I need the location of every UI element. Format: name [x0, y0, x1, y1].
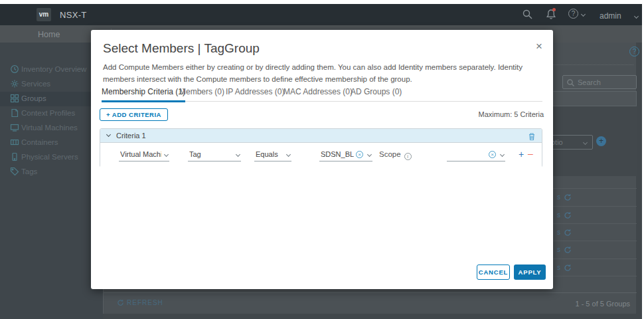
clear-value-icon[interactable]: ×	[356, 151, 363, 158]
virtual-machines-icon	[10, 123, 19, 132]
physical-servers-icon	[10, 152, 19, 161]
close-icon[interactable]: ×	[536, 41, 542, 52]
top-header-bar: vm NSX-T ? admin	[0, 4, 644, 25]
tab-ad-groups[interactable]: AD Groups (0)	[351, 87, 402, 100]
sidebar-item-services[interactable]: Services	[0, 77, 103, 92]
window-edge	[0, 0, 644, 4]
refresh-icon[interactable]	[564, 211, 572, 219]
collapse-chevron-icon[interactable]	[106, 132, 111, 137]
vmware-logo: vm	[37, 8, 51, 21]
tab-ip-addresses[interactable]: IP Addresses (0)	[226, 87, 285, 100]
search-icon[interactable]	[522, 9, 533, 20]
dialog-tab-bar: Membership Criteria (1) Members (0) IP A…	[102, 86, 542, 102]
sidebar-item-virtual-machines[interactable]: Virtual Machines	[0, 121, 103, 136]
delete-criteria-trash-icon[interactable]	[528, 132, 536, 144]
criteria-panel-header[interactable]: Criteria 1	[100, 129, 542, 143]
chevron-down-icon	[500, 152, 505, 157]
operator-select[interactable]: Equals	[254, 148, 291, 161]
groups-search-box[interactable]: Search	[562, 75, 637, 89]
table-footer: REFRESH 1 - 5 of 5 Groups	[104, 292, 637, 314]
remove-expression-icon[interactable]: –	[528, 148, 533, 159]
refresh-icon	[117, 299, 124, 306]
dialog-description: Add Compute Members either by creating o…	[103, 62, 538, 86]
member-type-select[interactable]: Virtual Machine	[119, 148, 169, 161]
refresh-icon[interactable]	[564, 193, 572, 201]
containers-icon	[10, 138, 19, 147]
tag-value-combobox[interactable]: SDSN_BLOCK ×	[319, 148, 372, 161]
search-icon	[566, 78, 575, 87]
cancel-button[interactable]: CANCEL	[477, 265, 510, 280]
max-criteria-note: Maximum: 5 Criteria	[479, 110, 544, 118]
refresh-button[interactable]: REFRESH	[117, 299, 163, 306]
criteria-title: Criteria 1	[116, 132, 146, 140]
clear-value-icon[interactable]: ×	[489, 151, 496, 158]
inventory-overview-icon	[10, 64, 19, 74]
refresh-icon[interactable]	[564, 246, 572, 254]
dialog-title: Select Members | TagGroup	[103, 41, 260, 56]
context-profiles-icon	[10, 108, 19, 118]
user-menu[interactable]: admin	[600, 11, 621, 21]
user-menu-caret-icon	[634, 14, 639, 19]
tab-members[interactable]: Members (0)	[179, 87, 224, 100]
chevron-down-icon	[286, 152, 291, 157]
groups-icon	[10, 94, 19, 103]
apply-button[interactable]: APPLY	[514, 265, 546, 280]
tab-mac-addresses[interactable]: MAC Addresses (0)	[283, 87, 353, 100]
sidebar-item-inventory-overview[interactable]: Inventory Overview	[0, 62, 103, 77]
sidebar-item-context-profiles[interactable]: Context Profiles	[0, 106, 103, 121]
nav-tab-home[interactable]: Home	[38, 30, 60, 39]
refresh-icon[interactable]	[564, 264, 572, 272]
help-caret-icon	[581, 12, 586, 17]
add-expression-icon[interactable]: +	[519, 149, 524, 160]
refresh-icon[interactable]	[564, 229, 572, 237]
sidebar-item-groups[interactable]: Groups	[0, 92, 103, 106]
tab-membership-criteria[interactable]: Membership Criteria (1)	[102, 87, 185, 102]
left-sidebar: Inventory Overview Services Groups Conte…	[0, 43, 103, 319]
notifications-bell-icon[interactable]	[546, 9, 556, 20]
select-members-dialog: Select Members | TagGroup × Add Compute …	[91, 30, 553, 289]
scope-label: Scopei	[379, 150, 412, 160]
sidebar-item-containers[interactable]: Containers	[0, 136, 103, 150]
search-placeholder: Search	[578, 78, 601, 86]
chevron-down-icon	[367, 152, 372, 157]
sidebar-item-physical-servers[interactable]: Physical Servers	[0, 150, 103, 165]
page-help-icon[interactable]: ?	[629, 47, 639, 56]
chevron-down-icon	[583, 140, 588, 145]
chevron-down-icon	[164, 152, 169, 157]
property-select[interactable]: Tag	[188, 148, 241, 161]
chevron-down-icon	[236, 152, 240, 157]
scope-value-combobox[interactable]: ×	[447, 148, 505, 161]
criteria-panel: Criteria 1 Virtual Machine Tag Equal	[100, 128, 542, 167]
product-title: NSX-T	[60, 10, 87, 20]
app-window: vm NSX-T ? admin Home Networking Securit…	[0, 0, 644, 319]
add-criteria-button[interactable]: + ADD CRITERIA	[100, 108, 168, 121]
notification-badge-dot	[552, 8, 556, 11]
tags-icon	[10, 167, 19, 176]
info-icon[interactable]: i	[404, 153, 412, 160]
services-gear-icon	[10, 79, 19, 88]
help-menu-icon[interactable]: ?	[568, 9, 578, 19]
add-option-button[interactable]: +	[596, 136, 606, 146]
pagination-text: 1 - 5 of 5 Groups	[575, 300, 630, 308]
criteria-row: Virtual Machine Tag Equals SDSN_BLOCK ×	[100, 144, 542, 167]
sidebar-item-tags[interactable]: Tags	[0, 165, 103, 179]
